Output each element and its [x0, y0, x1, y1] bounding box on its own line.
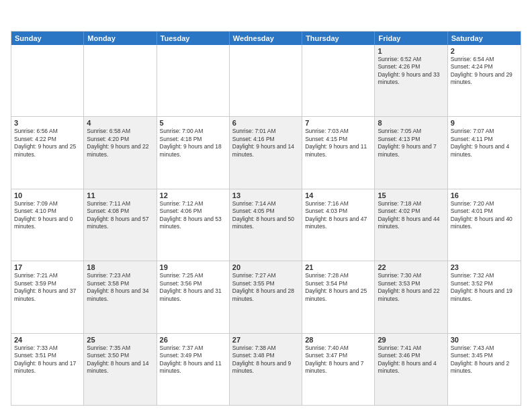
calendar-cell: 26Sunrise: 7:37 AMSunset: 3:49 PMDayligh… [157, 334, 230, 405]
day-number: 8 [378, 119, 444, 127]
calendar: SundayMondayTuesdayWednesdayThursdayFrid… [11, 31, 521, 406]
page-header [11, 8, 521, 27]
day-number: 29 [378, 336, 444, 344]
calendar-cell: 5Sunrise: 7:00 AMSunset: 4:18 PMDaylight… [157, 117, 230, 188]
day-number: 14 [305, 191, 371, 199]
calendar-cell: 20Sunrise: 7:27 AMSunset: 3:55 PMDayligh… [230, 261, 302, 332]
calendar-cell: 17Sunrise: 7:21 AMSunset: 3:59 PMDayligh… [11, 261, 84, 332]
header-cell: Tuesday [157, 32, 230, 45]
calendar-cell: 19Sunrise: 7:25 AMSunset: 3:56 PMDayligh… [157, 261, 230, 332]
cell-info: Sunrise: 7:11 AMSunset: 4:08 PMDaylight:… [87, 200, 153, 231]
cell-info: Sunrise: 6:54 AMSunset: 4:24 PMDaylight:… [451, 56, 518, 87]
cell-info: Sunrise: 7:21 AMSunset: 3:59 PMDaylight:… [14, 272, 81, 303]
cell-info: Sunrise: 7:33 AMSunset: 3:51 PMDaylight:… [14, 345, 81, 375]
calendar-row: 10Sunrise: 7:09 AMSunset: 4:10 PMDayligh… [11, 189, 521, 261]
calendar-cell [157, 45, 230, 116]
calendar-cell: 3Sunrise: 6:56 AMSunset: 4:22 PMDaylight… [11, 117, 84, 188]
cell-info: Sunrise: 7:32 AMSunset: 3:52 PMDaylight:… [451, 272, 518, 303]
header-cell: Wednesday [230, 32, 302, 45]
calendar-cell: 13Sunrise: 7:14 AMSunset: 4:05 PMDayligh… [230, 189, 302, 261]
day-number: 17 [14, 263, 81, 271]
cell-info: Sunrise: 7:40 AMSunset: 3:47 PMDaylight:… [305, 345, 371, 375]
logo-icon [11, 8, 30, 27]
cell-info: Sunrise: 7:28 AMSunset: 3:54 PMDaylight:… [305, 272, 371, 303]
cell-info: Sunrise: 7:01 AMSunset: 4:16 PMDaylight:… [232, 128, 299, 158]
day-number: 12 [160, 191, 226, 199]
day-number: 22 [378, 263, 444, 271]
calendar-row: 24Sunrise: 7:33 AMSunset: 3:51 PMDayligh… [11, 333, 521, 405]
day-number: 9 [451, 119, 518, 127]
calendar-cell: 7Sunrise: 7:03 AMSunset: 4:15 PMDaylight… [302, 117, 375, 188]
day-number: 3 [14, 119, 81, 127]
calendar-row: 3Sunrise: 6:56 AMSunset: 4:22 PMDaylight… [11, 116, 521, 188]
calendar-cell [230, 45, 302, 116]
day-number: 13 [232, 191, 299, 199]
day-number: 30 [451, 336, 518, 344]
day-number: 6 [232, 119, 299, 127]
cell-info: Sunrise: 7:07 AMSunset: 4:11 PMDaylight:… [451, 128, 518, 158]
calendar-cell: 1Sunrise: 6:52 AMSunset: 4:26 PMDaylight… [375, 45, 447, 116]
day-number: 11 [87, 191, 153, 199]
day-number: 4 [87, 119, 153, 127]
cell-info: Sunrise: 7:00 AMSunset: 4:18 PMDaylight:… [160, 128, 226, 158]
cell-info: Sunrise: 6:58 AMSunset: 4:20 PMDaylight:… [87, 128, 153, 158]
day-number: 1 [378, 47, 444, 55]
header-cell: Monday [84, 32, 157, 45]
calendar-row: 1Sunrise: 6:52 AMSunset: 4:26 PMDaylight… [11, 45, 521, 116]
calendar-body: 1Sunrise: 6:52 AMSunset: 4:26 PMDaylight… [11, 45, 521, 405]
day-number: 5 [160, 119, 226, 127]
calendar-cell [11, 45, 84, 116]
cell-info: Sunrise: 7:27 AMSunset: 3:55 PMDaylight:… [232, 272, 299, 303]
header-cell: Thursday [302, 32, 375, 45]
calendar-cell: 30Sunrise: 7:43 AMSunset: 3:45 PMDayligh… [448, 334, 521, 405]
calendar-cell [302, 45, 375, 116]
calendar-cell: 12Sunrise: 7:12 AMSunset: 4:06 PMDayligh… [157, 189, 230, 261]
calendar-cell: 15Sunrise: 7:18 AMSunset: 4:02 PMDayligh… [375, 189, 447, 261]
calendar-cell: 25Sunrise: 7:35 AMSunset: 3:50 PMDayligh… [84, 334, 157, 405]
day-number: 26 [160, 336, 226, 344]
header-cell: Friday [375, 32, 447, 45]
calendar-cell: 8Sunrise: 7:05 AMSunset: 4:13 PMDaylight… [375, 117, 447, 188]
cell-info: Sunrise: 7:18 AMSunset: 4:02 PMDaylight:… [378, 200, 444, 231]
day-number: 25 [87, 336, 153, 344]
day-number: 21 [305, 263, 371, 271]
calendar-cell: 14Sunrise: 7:16 AMSunset: 4:03 PMDayligh… [302, 189, 375, 261]
cell-info: Sunrise: 7:30 AMSunset: 3:53 PMDaylight:… [378, 272, 444, 303]
calendar-cell: 24Sunrise: 7:33 AMSunset: 3:51 PMDayligh… [11, 334, 84, 405]
header-cell: Sunday [11, 32, 84, 45]
calendar-cell: 10Sunrise: 7:09 AMSunset: 4:10 PMDayligh… [11, 189, 84, 261]
cell-info: Sunrise: 7:43 AMSunset: 3:45 PMDaylight:… [451, 345, 518, 375]
calendar-cell: 11Sunrise: 7:11 AMSunset: 4:08 PMDayligh… [84, 189, 157, 261]
calendar-cell: 29Sunrise: 7:41 AMSunset: 3:46 PMDayligh… [375, 334, 447, 405]
calendar-cell: 28Sunrise: 7:40 AMSunset: 3:47 PMDayligh… [302, 334, 375, 405]
calendar-cell: 27Sunrise: 7:38 AMSunset: 3:48 PMDayligh… [230, 334, 302, 405]
day-number: 24 [14, 336, 81, 344]
cell-info: Sunrise: 7:23 AMSunset: 3:58 PMDaylight:… [87, 272, 153, 303]
cell-info: Sunrise: 6:52 AMSunset: 4:26 PMDaylight:… [378, 56, 444, 87]
cell-info: Sunrise: 7:20 AMSunset: 4:01 PMDaylight:… [451, 200, 518, 231]
header-cell: Saturday [448, 32, 521, 45]
cell-info: Sunrise: 7:37 AMSunset: 3:49 PMDaylight:… [160, 345, 226, 375]
cell-info: Sunrise: 7:05 AMSunset: 4:13 PMDaylight:… [378, 128, 444, 158]
calendar-cell: 21Sunrise: 7:28 AMSunset: 3:54 PMDayligh… [302, 261, 375, 332]
cell-info: Sunrise: 7:38 AMSunset: 3:48 PMDaylight:… [232, 345, 299, 375]
logo [11, 8, 30, 27]
day-number: 20 [232, 263, 299, 271]
calendar-cell: 23Sunrise: 7:32 AMSunset: 3:52 PMDayligh… [448, 261, 521, 332]
day-number: 15 [378, 191, 444, 199]
day-number: 18 [87, 263, 153, 271]
day-number: 19 [160, 263, 226, 271]
day-number: 7 [305, 119, 371, 127]
calendar-cell: 2Sunrise: 6:54 AMSunset: 4:24 PMDaylight… [448, 45, 521, 116]
cell-info: Sunrise: 7:16 AMSunset: 4:03 PMDaylight:… [305, 200, 371, 231]
calendar-row: 17Sunrise: 7:21 AMSunset: 3:59 PMDayligh… [11, 261, 521, 332]
cell-info: Sunrise: 7:03 AMSunset: 4:15 PMDaylight:… [305, 128, 371, 158]
day-number: 16 [451, 191, 518, 199]
cell-info: Sunrise: 7:41 AMSunset: 3:46 PMDaylight:… [378, 345, 444, 375]
calendar-cell: 18Sunrise: 7:23 AMSunset: 3:58 PMDayligh… [84, 261, 157, 332]
day-number: 28 [305, 336, 371, 344]
calendar-cell: 22Sunrise: 7:30 AMSunset: 3:53 PMDayligh… [375, 261, 447, 332]
cell-info: Sunrise: 7:12 AMSunset: 4:06 PMDaylight:… [160, 200, 226, 231]
calendar-cell [84, 45, 157, 116]
day-number: 10 [14, 191, 81, 199]
